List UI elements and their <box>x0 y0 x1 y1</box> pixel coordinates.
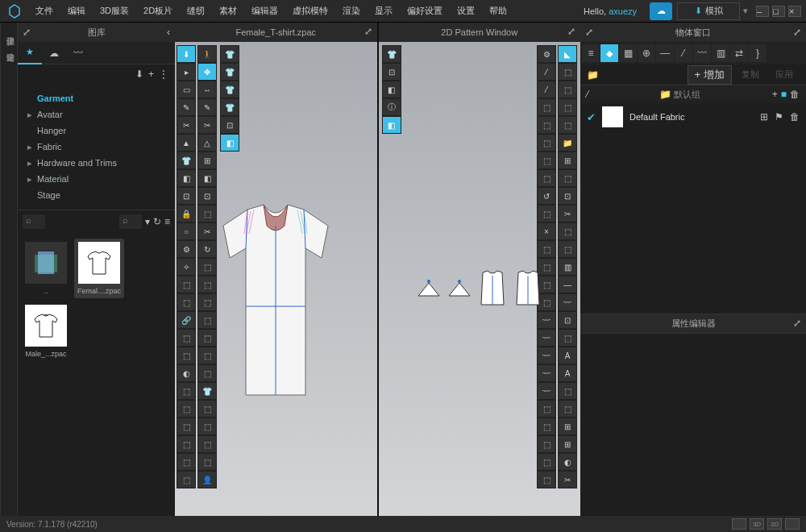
tool-button[interactable]: ⬚ <box>558 63 577 81</box>
tool-button[interactable]: 👕 <box>220 98 239 116</box>
menu-render[interactable]: 渲染 <box>336 0 367 22</box>
tool-button[interactable]: ⬚ <box>177 418 196 435</box>
tool-button[interactable]: 👕 <box>220 81 239 98</box>
lib-tab-favorites[interactable]: ★ <box>18 42 42 64</box>
add-button[interactable]: + 增加 <box>688 65 733 85</box>
tool-button[interactable]: 📁 <box>558 134 577 152</box>
tree-fabric[interactable]: Fabric <box>26 139 167 155</box>
tool-button[interactable]: ✎ <box>197 98 217 116</box>
tool-button[interactable]: ▥ <box>558 258 577 276</box>
obj-tab-list[interactable]: ≡ <box>582 44 600 62</box>
tool-button[interactable]: ⬚ <box>558 222 577 240</box>
tool-button[interactable]: 👤 <box>197 471 217 488</box>
search-input-2[interactable] <box>119 214 142 229</box>
tool-button[interactable]: ⬚ <box>537 240 556 258</box>
obj-tab-stitch[interactable]: — <box>656 44 674 62</box>
obj-tab-grid[interactable]: ▥ <box>712 44 729 62</box>
more-icon[interactable]: ⋮ <box>159 69 168 80</box>
tool-button[interactable]: ⓘ <box>382 98 401 116</box>
tool-button[interactable]: 👕 <box>382 45 401 63</box>
group-add-icon[interactable]: + <box>772 89 778 100</box>
tool-button[interactable]: ⬚ <box>177 435 196 453</box>
tool-button[interactable]: ◐ <box>558 453 577 471</box>
tool-button[interactable]: ⬚ <box>558 400 577 418</box>
menu-avatar[interactable]: 虚拟模特 <box>286 0 334 22</box>
tool-button[interactable]: ⚙ <box>177 240 196 258</box>
thumb-up-folder[interactable]: .. <box>21 239 71 298</box>
tool-button[interactable]: ⬚ <box>558 98 577 116</box>
fabric-add-icon[interactable]: ⊞ <box>760 111 768 123</box>
fabric-row[interactable]: ✔ Default Fabric ⊞ ⚑ 🗑 <box>580 103 806 131</box>
tool-button[interactable]: 〰 <box>537 329 556 347</box>
tool-button[interactable]: ◣ <box>558 45 577 63</box>
tool-button[interactable]: ⬚ <box>558 240 577 258</box>
tool-button[interactable]: ⬚ <box>558 329 577 347</box>
tool-button[interactable]: 〰 <box>558 293 577 311</box>
tool-button[interactable]: ⬚ <box>537 471 556 488</box>
tool-button[interactable]: 🔗 <box>177 311 196 329</box>
tool-button[interactable]: 〰 <box>537 311 556 329</box>
prop-popout-icon[interactable]: ⤢ <box>793 318 801 329</box>
side-tab-2[interactable]: 连动设定 <box>1 39 19 55</box>
tool-button[interactable]: ⊞ <box>558 435 577 453</box>
tool-button[interactable]: ∕ <box>537 63 556 81</box>
obj-tab-brace[interactable]: } <box>749 44 767 62</box>
tool-button[interactable]: ⬚ <box>177 382 196 400</box>
thumb-female-tshirt[interactable]: Femal....zpac <box>74 239 124 298</box>
sb-btn-4[interactable] <box>785 518 800 530</box>
maximize-button[interactable]: □ <box>772 6 785 17</box>
tree-hardware[interactable]: Hardware and Trims <box>26 155 167 171</box>
search-dropdown-icon[interactable]: ▾ <box>145 216 150 227</box>
tool-button[interactable]: ⬚ <box>177 347 196 364</box>
tool-button[interactable]: ⚙ <box>537 45 556 63</box>
tool-button[interactable]: ↔ <box>197 81 217 98</box>
obj-tab-zigzag[interactable]: 〰 <box>693 44 711 62</box>
lib-tab-lines[interactable]: 〰 <box>66 42 90 64</box>
tree-garment[interactable]: Garment <box>26 90 167 106</box>
tool-button[interactable]: ✂ <box>558 471 577 488</box>
tool-button[interactable]: ⬚ <box>177 329 196 347</box>
group-toggle-icon[interactable]: ■ <box>781 89 787 100</box>
sb-btn-3d[interactable]: 3D <box>750 518 764 530</box>
tool-button[interactable]: ⬚ <box>537 435 556 453</box>
tool-button[interactable]: ✧ <box>177 258 196 276</box>
tool-button[interactable]: ⬚ <box>558 169 577 187</box>
tool-button[interactable]: ▭ <box>177 81 196 98</box>
2d-viewport[interactable]: 👕⊡◧ⓘ◧ ◣⬚⬚⬚⬚📁⊞⬚⊡✂⬚⬚▥—〰⊡⬚AA⬚⬚⊞⊞◐✂ ⚙∕∕⬚⬚⬚⬚⬚… <box>379 42 581 516</box>
tool-button[interactable]: 〰 <box>537 347 556 364</box>
tool-button[interactable]: ⬚ <box>537 205 556 222</box>
tool-button[interactable]: ⬚ <box>537 116 556 134</box>
tool-button[interactable]: — <box>558 276 577 293</box>
simulate-button[interactable]: ⬇模拟 <box>677 2 740 20</box>
menu-display[interactable]: 显示 <box>368 0 399 22</box>
tool-button[interactable]: 👕 <box>220 45 239 63</box>
fabric-flag-icon[interactable]: ⚑ <box>775 111 783 123</box>
sb-btn-1[interactable] <box>732 518 746 530</box>
tool-button[interactable]: ⬚ <box>177 276 196 293</box>
tool-button[interactable]: ▲ <box>177 134 196 152</box>
tool-button[interactable]: 🔒 <box>177 205 196 222</box>
tool-button[interactable]: △ <box>197 134 217 152</box>
tool-button[interactable]: A <box>558 347 577 364</box>
lib-tab-cloud[interactable]: ☁ <box>42 42 66 64</box>
tool-button[interactable]: ✂ <box>177 116 196 134</box>
thumb-male-tshirt[interactable]: Male_...zpac <box>21 301 71 361</box>
minimize-button[interactable]: – <box>756 6 769 17</box>
tool-button[interactable]: ⬚ <box>537 152 556 169</box>
3d-viewport[interactable]: ⬇▸▭✎✂▲👕◧⊡🔒○⚙✧⬚⬚🔗⬚⬚◐⬚⬚⬚⬚⬚⬚ 🚶✥↔✎✂△⊞◧⊡⬚✂↻⬚⬚… <box>175 42 377 516</box>
list-view-icon[interactable]: ≡ <box>164 216 170 227</box>
tool-button[interactable]: 👕 <box>220 63 239 81</box>
group-delete-icon[interactable]: 🗑 <box>790 89 800 100</box>
tool-button[interactable]: ⬇ <box>177 45 196 63</box>
tool-button[interactable]: ⊡ <box>220 116 239 134</box>
cloud-button[interactable]: ☁ <box>650 2 672 20</box>
tool-button[interactable]: ⬚ <box>177 400 196 418</box>
tool-button[interactable]: A <box>558 364 577 382</box>
obj-popin-icon[interactable]: ⤢ <box>585 27 593 38</box>
menu-settings[interactable]: 设置 <box>451 0 481 22</box>
tool-button[interactable]: ⬚ <box>537 169 556 187</box>
obj-tab-line[interactable]: ∕ <box>675 44 692 62</box>
tool-button[interactable]: ⊞ <box>558 152 577 169</box>
tree-material[interactable]: Material <box>26 171 167 187</box>
tool-button[interactable]: ◧ <box>197 169 217 187</box>
